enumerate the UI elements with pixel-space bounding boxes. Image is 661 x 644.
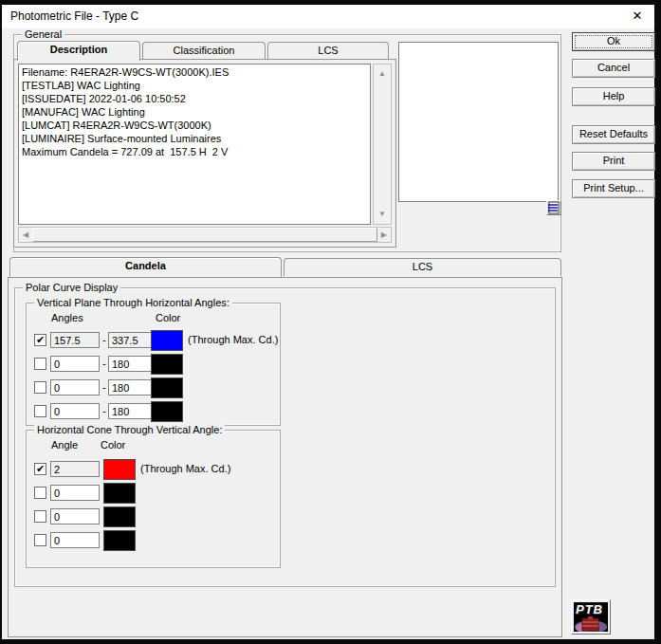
angle-column-header: Angle (51, 439, 78, 451)
row-1-color-swatch[interactable] (151, 330, 183, 351)
tab-description[interactable]: Description (17, 41, 140, 61)
row-2-color-swatch[interactable] (151, 354, 183, 375)
row-2-angle-input[interactable] (50, 356, 100, 372)
general-group-label: General (22, 28, 64, 40)
close-icon[interactable]: ✕ (629, 8, 646, 25)
tab-candela[interactable]: Candela (9, 257, 282, 277)
row-4-color-swatch[interactable] (103, 530, 136, 551)
row-4-color-swatch[interactable] (151, 401, 183, 422)
row-3-checkbox[interactable] (34, 510, 46, 523)
help-button[interactable]: Help (572, 87, 655, 106)
angle-range-separator: - (102, 381, 106, 393)
angle-range-separator: - (102, 334, 106, 345)
description-tab-page: Filename: R4ERA2R-W9CS-WT(3000K).IES [TE… (13, 59, 396, 248)
color-column-header: Color (156, 312, 180, 323)
row-4-checkbox[interactable] (34, 405, 46, 417)
color-column-header-2: Color (101, 439, 125, 451)
angle-range-separator: - (102, 358, 106, 369)
scroll-right-icon[interactable]: ▶ (381, 231, 387, 239)
ptb-logo-button[interactable]: PTB (571, 599, 611, 635)
ptb-logo: PTB (574, 602, 608, 632)
through-max-cd-note: (Through Max. Cd.) (188, 334, 278, 345)
row-1-angle-input[interactable] (50, 461, 100, 477)
copy-to-clipboard-icon[interactable] (546, 200, 561, 215)
cancel-button[interactable]: Cancel (572, 59, 655, 78)
row-2-color-swatch[interactable] (103, 483, 136, 504)
description-vertical-scrollbar[interactable]: ▲ ▼ (373, 64, 392, 225)
document-lines-glyph (547, 201, 560, 214)
polar-curve-display-group: Polar Curve Display Vertical Plane Throu… (14, 287, 556, 587)
row-4-checkbox[interactable] (34, 534, 46, 546)
row-2-checkbox[interactable] (34, 487, 46, 499)
description-horizontal-scrollbar[interactable]: ◀ ▶ (18, 227, 392, 243)
row-4-angle-input[interactable] (50, 532, 100, 548)
scroll-left-icon[interactable]: ◀ (23, 231, 28, 239)
row-3-color-swatch[interactable] (103, 506, 136, 527)
scroll-up-icon[interactable]: ▲ (378, 70, 386, 78)
row-1-angle-input[interactable] (50, 332, 100, 348)
row-3-angle-input[interactable] (50, 379, 100, 396)
ptb-toolbox-icon (574, 616, 608, 632)
row-2-checkbox[interactable] (34, 358, 46, 370)
luminaire-preview-box (398, 42, 559, 202)
scrollbar-thumb[interactable] (32, 228, 377, 242)
dialog-window: Photometric File - Type C ✕ General Desc… (2, 5, 654, 639)
row-1-color-swatch[interactable] (103, 459, 136, 480)
row-1-checkbox[interactable]: ✔ (34, 334, 46, 346)
tab-classification[interactable]: Classification (142, 42, 266, 60)
through-max-cd-note: (Through Max. Cd.) (140, 463, 230, 474)
tab-lcs-bottom[interactable]: LCS (284, 258, 561, 276)
row-3-angle-input[interactable] (50, 508, 100, 524)
window-title: Photometric File - Type C (10, 9, 138, 23)
row-4-angle-input[interactable] (50, 403, 100, 419)
tab-lcs-top[interactable]: LCS (267, 42, 389, 60)
row-2-angle-input[interactable] (50, 485, 100, 501)
candela-tab-page: Polar Curve Display Vertical Plane Throu… (8, 277, 562, 637)
row-1-checkbox[interactable]: ✔ (34, 463, 46, 475)
print-setup-button[interactable]: Print Setup... (572, 179, 655, 198)
horizontal-cone-group-label: Horizontal Cone Through Vertical Angle: (34, 424, 225, 435)
angle-range-separator: - (102, 405, 106, 416)
angles-column-header: Angles (51, 312, 83, 323)
scroll-down-icon[interactable]: ▼ (378, 211, 386, 218)
ok-button[interactable]: Ok (572, 32, 655, 51)
print-button[interactable]: Print (572, 152, 655, 171)
reset-defaults-button[interactable]: Reset Defaults (572, 125, 655, 144)
polar-curve-display-label: Polar Curve Display (23, 282, 120, 293)
ptb-logo-text: PTB (576, 602, 603, 616)
title-bar: Photometric File - Type C ✕ (2, 5, 654, 28)
vertical-plane-group: Vertical Plane Through Horizontal Angles… (26, 303, 281, 426)
horizontal-cone-group: Horizontal Cone Through Vertical Angle: … (26, 430, 281, 568)
row-3-color-swatch[interactable] (151, 377, 183, 398)
description-text-area[interactable]: Filename: R4ERA2R-W9CS-WT(3000K).IES [TE… (18, 64, 371, 225)
row-3-checkbox[interactable] (34, 381, 46, 394)
vertical-plane-group-label: Vertical Plane Through Horizontal Angles… (34, 297, 232, 308)
